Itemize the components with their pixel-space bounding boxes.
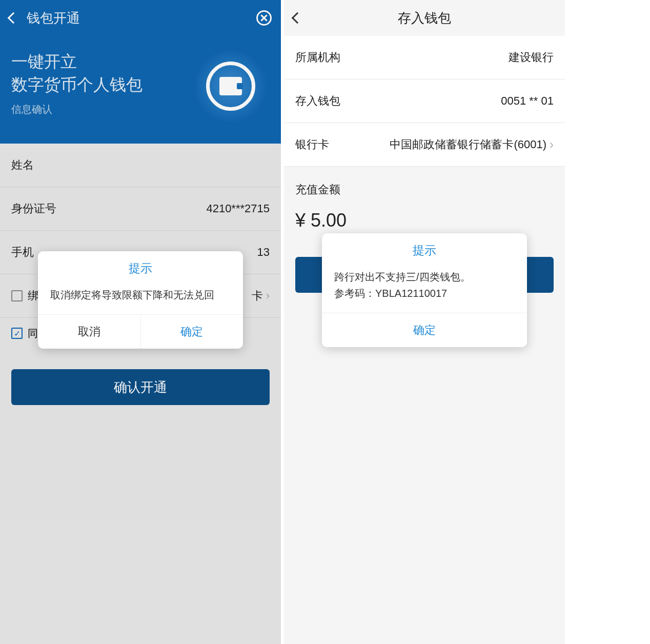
id-label: 身份证号 [11, 201, 56, 216]
screen-open-wallet: 钱包开通 一键开立 数字货币个人钱包 信息确认 姓名 身份证号 4210***2… [0, 0, 281, 644]
chevron-right-icon: › [550, 137, 554, 152]
chevron-right-icon: › [266, 289, 270, 303]
bind-label: 绑 [28, 288, 39, 304]
page-title: 存入钱包 [398, 9, 451, 27]
id-value: 4210***2715 [206, 202, 270, 215]
wallet-value: 0051 ** 01 [501, 94, 554, 108]
phone-value: 13 [257, 246, 270, 259]
row-wallet[interactable]: 存入钱包 0051 ** 01 [284, 79, 565, 123]
wallet-icon [195, 50, 267, 122]
hero-banner: 一键开立 数字货币个人钱包 信息确认 [0, 36, 281, 144]
card-value: 中国邮政储蓄银行储蓄卡(6001) [390, 137, 546, 152]
ok-button[interactable]: 确定 [322, 313, 527, 347]
hero-line-1: 一键开立 [11, 52, 77, 71]
bind-checkbox[interactable]: ✓ [11, 290, 23, 301]
name-label: 姓名 [11, 157, 34, 173]
amount-label: 充值金额 [284, 167, 565, 203]
row-bank-card[interactable]: 银行卡 中国邮政储蓄银行储蓄卡(6001) › [284, 123, 565, 167]
org-label: 所属机构 [295, 50, 340, 65]
row-org: 所属机构 建设银行 [284, 36, 565, 79]
dialog-title: 提示 [322, 233, 527, 264]
back-icon[interactable] [293, 14, 301, 22]
agree-checkbox[interactable]: ✓ [11, 328, 23, 339]
dialog-error: 提示 跨行对出不支持三/四类钱包。 参考码：YBLA12110017 确定 [322, 233, 527, 347]
row-name[interactable]: 姓名 [0, 144, 281, 187]
dialog-body-line1: 跨行对出不支持三/四类钱包。 [334, 269, 515, 285]
close-icon[interactable] [256, 10, 272, 26]
screen-deposit-wallet: 存入钱包 所属机构 建设银行 存入钱包 0051 ** 01 银行卡 中国邮政储… [284, 0, 565, 644]
cancel-button[interactable]: 取消 [38, 315, 141, 349]
ok-button[interactable]: 确定 [141, 315, 243, 349]
dialog-body: 跨行对出不支持三/四类钱包。 参考码：YBLA12110017 [322, 264, 527, 313]
confirm-open-button[interactable]: 确认开通 [11, 369, 270, 405]
hero-line-2: 数字货币个人钱包 [11, 75, 143, 94]
dialog-body-line2: 参考码：YBLA12110017 [334, 285, 515, 301]
dialog-unbind-warning: 提示 取消绑定将导致限额下降和无法兑回 取消 确定 [38, 251, 243, 349]
back-icon[interactable] [8, 12, 19, 24]
phone-label: 手机 [11, 245, 34, 260]
page-title: 钱包开通 [27, 9, 80, 27]
dialog-body: 取消绑定将导致限额下降和无法兑回 [38, 281, 243, 314]
dialog-title: 提示 [38, 251, 243, 281]
wallet-label: 存入钱包 [295, 93, 340, 109]
header-bar: 钱包开通 [0, 0, 281, 36]
card-label: 银行卡 [295, 137, 329, 152]
header-bar: 存入钱包 [284, 0, 565, 36]
bind-value-suffix: 卡 [252, 288, 263, 304]
row-id[interactable]: 身份证号 4210***2715 [0, 187, 281, 231]
org-value: 建设银行 [509, 50, 554, 65]
